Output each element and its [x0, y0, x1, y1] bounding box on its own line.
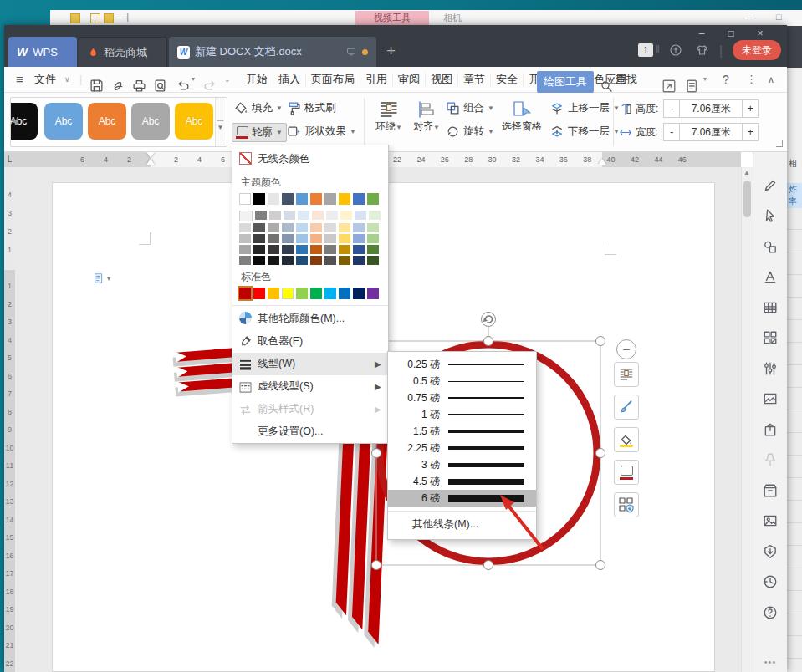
collapse-float-toolbar-button[interactable]: – — [616, 339, 636, 359]
sidebar-share-export-icon[interactable] — [763, 421, 778, 436]
standard-swatch[interactable] — [310, 288, 322, 299]
theme-swatch[interactable] — [268, 193, 279, 205]
weight-item-0.5磅[interactable]: 0.5 磅 — [388, 373, 536, 389]
variant-swatch[interactable] — [284, 211, 295, 220]
sidebar-pin-disabled-icon[interactable] — [763, 452, 778, 467]
vertical-ruler[interactable]: 432112345678910111213141516171819202122 — [4, 167, 15, 672]
variant-swatch[interactable] — [253, 256, 265, 265]
shape-style-chip-2[interactable]: Abc — [88, 103, 126, 140]
variant-swatch[interactable] — [268, 245, 279, 254]
group-button[interactable]: 组合▼ — [446, 101, 494, 115]
weight-item-1磅[interactable]: 1 磅 — [388, 406, 536, 423]
scroll-up-icon[interactable]: ▲ — [743, 169, 750, 176]
vertical-scrollbar[interactable]: ▲ — [741, 167, 753, 672]
standard-swatch[interactable] — [353, 288, 365, 299]
standard-swatch[interactable] — [282, 288, 294, 299]
variant-swatch[interactable] — [268, 256, 279, 265]
sidebar-picture-icon[interactable] — [763, 513, 778, 528]
fill-button[interactable]: 填充▼ — [234, 101, 283, 115]
outline-menu-item-1[interactable]: 取色器(E) — [232, 330, 388, 353]
sidebar-more-icon[interactable]: ••• — [763, 657, 778, 672]
no-line-color-item[interactable]: 无线条颜色 — [232, 148, 388, 171]
send-backward-button[interactable]: 下移一层▼ — [549, 125, 620, 139]
variant-swatch[interactable] — [298, 211, 309, 220]
tab-wps-home[interactable]: W WPS — [8, 37, 77, 67]
variant-swatch[interactable] — [253, 245, 265, 254]
new-tab-button[interactable]: + — [386, 42, 396, 60]
help-icon[interactable]: ? — [723, 67, 729, 92]
variant-swatch[interactable] — [310, 256, 322, 265]
variant-swatch[interactable] — [339, 234, 350, 243]
weight-item-0.25磅[interactable]: 0.25 磅 — [388, 356, 536, 373]
variant-swatch[interactable] — [324, 223, 336, 232]
paste-dropdown-icon[interactable]: ▾ — [703, 67, 707, 92]
menu-tab-1[interactable]: 插入 — [273, 73, 306, 86]
right-indent-marker[interactable] — [598, 159, 606, 165]
variant-swatch[interactable] — [239, 223, 251, 232]
standard-swatch[interactable] — [268, 288, 279, 299]
menu-tab-2[interactable]: 页面布局 — [306, 73, 360, 86]
sidebar-edit-pen-icon[interactable] — [763, 177, 778, 192]
float-recommend-button[interactable] — [614, 492, 639, 517]
scrollbar-thumb[interactable] — [743, 181, 751, 217]
variant-swatch[interactable] — [324, 234, 336, 243]
drawing-tools-tab[interactable]: 绘图工具 — [537, 71, 594, 93]
more-lines-item[interactable]: 其他线条(M)... — [388, 513, 536, 535]
menu-tab-4[interactable]: 审阅 — [393, 73, 426, 86]
window-count-badge[interactable]: 1 — [638, 43, 653, 57]
theme-swatch[interactable] — [239, 193, 251, 205]
variant-swatch[interactable] — [239, 234, 251, 243]
find-label[interactable]: 查找 — [616, 67, 637, 92]
theme-swatch[interactable] — [367, 193, 379, 205]
menu-tab-6[interactable]: 章节 — [458, 73, 491, 86]
variant-swatch[interactable] — [355, 211, 366, 220]
theme-swatch[interactable] — [282, 193, 294, 205]
variant-swatch[interactable] — [253, 234, 265, 243]
variant-swatch[interactable] — [367, 245, 379, 254]
variant-swatch[interactable] — [282, 234, 294, 243]
height-decrease-button[interactable]: - — [663, 99, 680, 118]
theme-swatch[interactable] — [296, 193, 308, 205]
variant-swatch[interactable] — [269, 211, 281, 220]
theme-swatch[interactable] — [310, 193, 322, 205]
bring-forward-button[interactable]: 上移一层▼ — [549, 101, 620, 115]
variant-swatch[interactable] — [353, 234, 365, 243]
bg-minimize-button[interactable]: – — [747, 12, 752, 22]
shape-style-gallery[interactable]: ◀ AbcAbcAbcAbcAbc —▼ — [10, 97, 227, 147]
variant-swatch[interactable] — [296, 234, 308, 243]
shape-style-chip-4[interactable]: Abc — [175, 103, 213, 140]
float-outline-button[interactable] — [614, 460, 639, 485]
variant-swatch[interactable] — [296, 223, 308, 232]
standard-swatch[interactable] — [367, 288, 379, 299]
width-value[interactable]: 7.06厘米 — [680, 123, 742, 141]
skin-tshirt-icon[interactable] — [695, 42, 709, 57]
theme-swatch[interactable] — [324, 193, 336, 205]
variant-swatch[interactable] — [367, 234, 379, 243]
theme-swatch[interactable] — [353, 193, 365, 205]
variant-swatch[interactable] — [353, 245, 365, 254]
standard-swatch[interactable] — [324, 288, 336, 299]
weight-item-4.5磅[interactable]: 4.5 磅 — [388, 473, 536, 490]
variant-swatch[interactable] — [367, 256, 379, 265]
selection-pane-button[interactable]: 选择窗格 — [498, 99, 546, 134]
variant-swatch[interactable] — [310, 223, 322, 232]
sidebar-archive-box-icon[interactable] — [763, 482, 778, 497]
login-button[interactable]: 未登录 — [733, 40, 781, 60]
undo-dropdown-icon[interactable]: ▾ — [192, 67, 195, 92]
variant-swatch[interactable] — [324, 256, 336, 265]
weight-item-6磅[interactable]: 6 磅 — [388, 490, 536, 507]
bg-tab-video-tools[interactable]: 视频工具 — [355, 11, 429, 25]
variant-swatch[interactable] — [268, 234, 279, 243]
sidebar-select-cursor-icon[interactable] — [763, 208, 778, 223]
sidebar-download-badge-icon[interactable] — [763, 543, 778, 558]
gallery-prev-icon[interactable]: ◀ — [12, 116, 18, 125]
outline-menu-item-0[interactable]: 其他轮廓颜色(M)... — [232, 308, 388, 330]
weight-item-2.25磅[interactable]: 2.25 磅 — [388, 440, 536, 456]
more-menu-icon[interactable]: ⋮ — [746, 67, 757, 92]
tab-docer-store[interactable]: 稻壳商城 — [79, 37, 167, 67]
variant-swatch[interactable] — [253, 223, 265, 232]
tab-document[interactable]: W 新建 DOCX 文档.docx — [169, 37, 376, 67]
variant-swatch[interactable] — [296, 245, 308, 254]
width-decrease-button[interactable]: - — [663, 123, 680, 141]
variant-swatch[interactable] — [310, 245, 322, 254]
